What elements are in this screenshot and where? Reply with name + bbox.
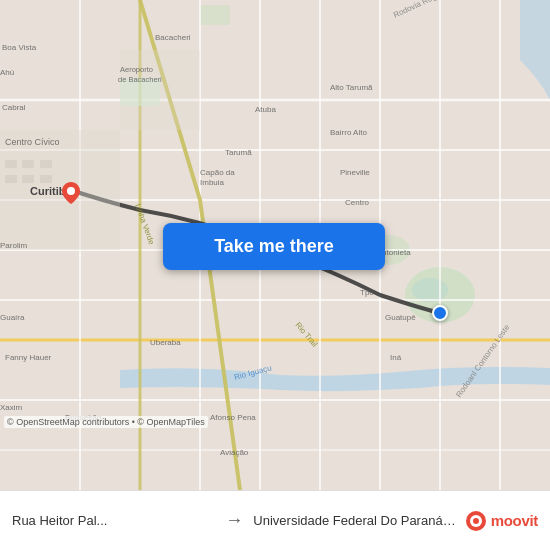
moovit-brand-name: moovit bbox=[491, 512, 538, 529]
svg-text:Bacacheri: Bacacheri bbox=[155, 33, 191, 42]
svg-text:Pineville: Pineville bbox=[340, 168, 370, 177]
bottom-bar: Rua Heitor Pal... → Universidade Federal… bbox=[0, 490, 550, 550]
svg-rect-24 bbox=[22, 160, 34, 168]
svg-text:Afonso Pena: Afonso Pena bbox=[210, 413, 256, 422]
svg-text:Fanny Hauer: Fanny Hauer bbox=[5, 353, 52, 362]
svg-rect-27 bbox=[40, 160, 52, 168]
svg-text:Ahú: Ahú bbox=[0, 68, 14, 77]
svg-text:Centro: Centro bbox=[345, 198, 370, 207]
svg-text:Uberaba: Uberaba bbox=[150, 338, 181, 347]
svg-text:Cabral: Cabral bbox=[2, 103, 26, 112]
svg-text:Capão da: Capão da bbox=[200, 168, 235, 177]
svg-rect-26 bbox=[22, 175, 34, 183]
moovit-icon bbox=[465, 510, 487, 532]
destination-label: Universidade Federal Do Paraná P... bbox=[253, 513, 456, 528]
svg-text:Tpê: Tpê bbox=[360, 288, 374, 297]
origin-marker bbox=[62, 182, 80, 204]
origin-label: Rua Heitor Pal... bbox=[12, 513, 215, 528]
svg-text:Xaxim: Xaxim bbox=[0, 403, 23, 412]
svg-text:Alto Tarumã: Alto Tarumã bbox=[330, 83, 373, 92]
svg-text:Aeroporto: Aeroporto bbox=[120, 65, 153, 74]
svg-point-64 bbox=[67, 187, 75, 195]
svg-text:Iná: Iná bbox=[390, 353, 402, 362]
direction-arrow: → bbox=[215, 510, 253, 531]
destination-marker bbox=[432, 305, 448, 321]
svg-text:Tarumã: Tarumã bbox=[225, 148, 252, 157]
destination-location: Universidade Federal Do Paraná P... bbox=[253, 513, 456, 528]
svg-text:Parolim: Parolim bbox=[0, 241, 27, 250]
svg-text:Guatupê: Guatupê bbox=[385, 313, 416, 322]
svg-text:Imbuia: Imbuia bbox=[200, 178, 225, 187]
svg-text:Atuba: Atuba bbox=[255, 105, 276, 114]
map-attribution: © OpenStreetMap contributors • © OpenMap… bbox=[4, 416, 208, 428]
svg-rect-23 bbox=[5, 160, 17, 168]
svg-rect-25 bbox=[5, 175, 17, 183]
svg-text:Aviação: Aviação bbox=[220, 448, 249, 457]
svg-rect-28 bbox=[40, 175, 52, 183]
map-container: Curitiba Centro Cívico Aeroporto de Baca… bbox=[0, 0, 550, 490]
svg-text:Centro Cívico: Centro Cívico bbox=[5, 137, 60, 147]
svg-text:Boa Vista: Boa Vista bbox=[2, 43, 37, 52]
svg-point-67 bbox=[473, 518, 479, 524]
take-me-there-button[interactable]: Take me there bbox=[163, 223, 385, 270]
moovit-logo: moovit bbox=[465, 510, 538, 532]
svg-text:Bairro Alto: Bairro Alto bbox=[330, 128, 367, 137]
origin-location: Rua Heitor Pal... bbox=[12, 513, 215, 528]
svg-text:de Bacacheri: de Bacacheri bbox=[118, 75, 162, 84]
svg-text:Guaíra: Guaíra bbox=[0, 313, 25, 322]
svg-rect-4 bbox=[200, 5, 230, 25]
